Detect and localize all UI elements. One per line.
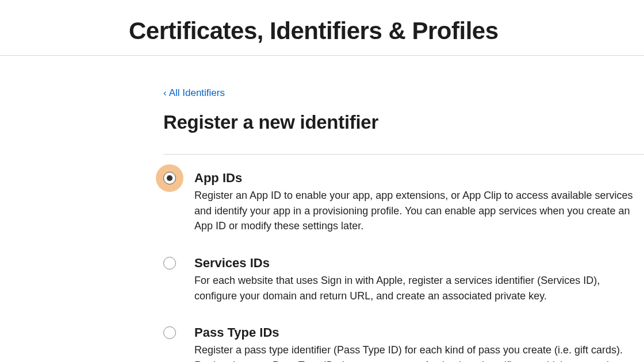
option-pass-type-ids: Pass Type IDs Register a pass type ident… [163,325,644,362]
radio-pass-type-ids[interactable] [163,326,176,339]
chevron-left-icon: ‹ [163,87,167,99]
option-body: Pass Type IDs Register a pass type ident… [194,325,644,362]
radio-services-ids[interactable] [163,257,176,269]
option-description: Register a pass type identifier (Pass Ty… [194,342,644,362]
option-title: Pass Type IDs [194,325,644,340]
section-title: Register a new identifier [163,111,644,133]
option-description: Register an App ID to enable your app, a… [194,188,644,234]
option-app-ids: App IDs Register an App ID to enable you… [163,171,644,234]
option-title: App IDs [194,171,644,186]
radio-outer-circle [163,326,176,339]
option-title: Services IDs [194,256,644,271]
option-body: Services IDs For each website that uses … [194,256,644,303]
option-body: App IDs Register an App ID to enable you… [194,171,644,234]
radio-inner-dot [167,175,172,181]
radio-outer-circle [163,172,176,184]
main-content: ‹ All Identifiers Register a new identif… [0,56,644,362]
back-link-all-identifiers[interactable]: ‹ All Identifiers [163,87,225,99]
option-services-ids: Services IDs For each website that uses … [163,256,644,303]
back-link-label: All Identifiers [169,87,225,99]
radio-app-ids[interactable] [163,172,176,184]
option-description: For each website that uses Sign in with … [194,273,644,303]
divider [163,154,644,155]
identifier-options: App IDs Register an App ID to enable you… [163,171,644,362]
page-title: Certificates, Identifiers & Profiles [0,0,644,56]
radio-outer-circle [163,257,176,269]
